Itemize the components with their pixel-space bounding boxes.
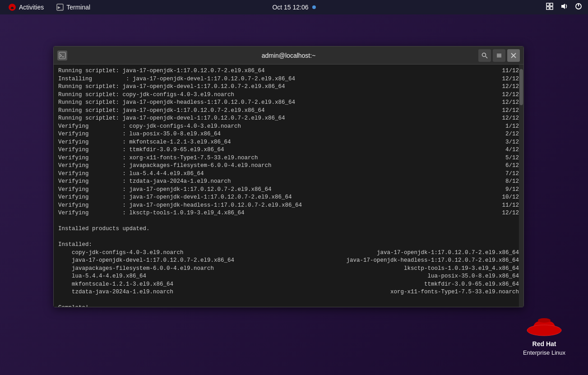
installed-label-line: Installed: — [58, 241, 519, 249]
package-line: copy-jdk-configs-4.0-3.el9.noarchjava-17… — [58, 249, 519, 257]
redhat-line1: Red Hat — [523, 340, 565, 349]
power-icon[interactable] — [574, 2, 583, 12]
svg-text:▶_: ▶_ — [58, 5, 63, 9]
notification-dot — [312, 5, 316, 9]
terminal-output-line: Verifying : java-17-openjdk-headless-1:1… — [58, 202, 519, 210]
terminal-output-line: Verifying : mkfontscale-1.2.1-3.el9.x86_… — [58, 139, 519, 147]
package-line: java-17-openjdk-devel-1:17.0.12.0.7-2.el… — [58, 257, 519, 265]
datetime-label: Oct 15 12:06 — [272, 4, 308, 11]
terminal-blank-line2 — [58, 233, 519, 241]
terminal-output-line: Verifying : lua-posix-35.0-8.el9.x86_642… — [58, 130, 519, 139]
terminal-output-line: Verifying : javapackages-filesystem-6.0.… — [58, 162, 519, 170]
terminal-output-line: Running scriptlet: java-17-openjdk-1:17.… — [58, 67, 519, 75]
terminal-scrollbar[interactable] — [519, 65, 523, 307]
terminal-output-line: Running scriptlet: java-17-openjdk-headl… — [58, 99, 519, 107]
terminal-taskbar-button[interactable]: ▶_ Terminal — [54, 3, 93, 12]
redhat-logo-icon — [526, 313, 562, 338]
terminal-output-line: Verifying : tzdata-java-2024a-1.el9.noar… — [58, 178, 519, 186]
volume-icon[interactable] — [560, 2, 568, 12]
redhat-icon — [8, 3, 16, 11]
svg-rect-4 — [546, 3, 549, 6]
menu-button[interactable] — [493, 49, 505, 62]
svg-point-21 — [538, 318, 551, 323]
terminal-content[interactable]: Running scriptlet: java-17-openjdk-1:17.… — [54, 65, 523, 307]
svg-rect-5 — [550, 3, 553, 6]
terminal-output-line: Verifying : java-17-openjdk-devel-1:17.0… — [58, 194, 519, 202]
terminal-titlebar-right — [478, 49, 520, 62]
topbar-center: Oct 15 12:06 — [272, 4, 315, 11]
terminal-title: admin@localhost:~ — [262, 52, 316, 59]
terminal-output-line: Verifying : lksctp-tools-1.0.19-3.el9_4.… — [58, 209, 519, 218]
terminal-output-line: Verifying : lua-5.4.4-4.el9.x86_647/12 — [58, 170, 519, 178]
terminal-titlebar-left — [57, 51, 67, 60]
redhat-line2: Enterprise Linux — [523, 349, 565, 357]
terminal-titlebar: admin@localhost:~ — [54, 46, 523, 65]
topbar-right — [546, 2, 583, 12]
terminal-blank-line — [58, 218, 519, 226]
activities-button[interactable]: Activities — [5, 2, 46, 12]
topbar-left: Activities ▶_ Terminal — [5, 2, 93, 12]
terminal-taskbar-icon: ▶_ — [56, 4, 64, 11]
package-line: lua-5.4.4-4.el9.x86_64lua-posix-35.0-8.e… — [58, 273, 519, 281]
svg-point-1 — [11, 8, 14, 9]
topbar: Activities ▶_ Terminal Oct 15 12:06 — [0, 0, 588, 14]
terminal-output-line: Installing : java-17-openjdk-devel-1:17.… — [58, 75, 519, 83]
package-line: tzdata-java-2024a-1.el9.noarchxorg-x11-f… — [58, 288, 519, 296]
installed-products-line: Installed products updated. — [58, 225, 519, 233]
desktop: admin@localhost:~ — [0, 14, 588, 375]
terminal-output-line: Verifying : java-17-openjdk-1:17.0.12.0.… — [58, 186, 519, 194]
terminal-output-line: Verifying : copy-jdk-configs-4.0-3.el9.n… — [58, 123, 519, 131]
terminal-output-line: Running scriptlet: java-17-openjdk-1:17.… — [58, 107, 519, 115]
network-icon[interactable] — [546, 2, 554, 12]
terminal-blank-line3 — [58, 296, 519, 305]
package-line: mkfontscale-1.2.1-3.el9.x86_64ttmkfdir-3… — [58, 281, 519, 289]
svg-rect-7 — [550, 7, 553, 9]
package-line: javapackages-filesystem-6.0.0-4.el9.noar… — [58, 265, 519, 273]
redhat-logo-text: Red Hat Enterprise Linux — [523, 340, 565, 357]
redhat-logo: Red Hat Enterprise Linux — [523, 313, 565, 357]
complete-line: Complete! — [58, 304, 519, 307]
terminal-scrollbar-thumb[interactable] — [519, 69, 523, 105]
svg-line-14 — [486, 56, 487, 58]
svg-rect-6 — [546, 7, 549, 9]
close-button[interactable] — [507, 49, 520, 62]
search-button[interactable] — [478, 49, 491, 62]
terminal-taskbar-label: Terminal — [66, 4, 90, 11]
terminal-output-line: Running scriptlet: copy-jdk-configs-4.0-… — [58, 91, 519, 99]
terminal-text: Running scriptlet: java-17-openjdk-1:17.… — [58, 67, 519, 307]
terminal-output-line: Running scriptlet: java-17-openjdk-devel… — [58, 83, 519, 91]
terminal-output-line: Running scriptlet: java-17-openjdk-devel… — [58, 115, 519, 123]
svg-marker-8 — [561, 4, 565, 9]
terminal-output-line: Verifying : ttmkfdir-3.0.9-65.el9.x86_64… — [58, 146, 519, 154]
activities-label: Activities — [19, 4, 44, 11]
terminal-window: admin@localhost:~ — [53, 46, 524, 307]
svg-rect-11 — [59, 52, 65, 59]
svg-point-13 — [482, 53, 486, 56]
terminal-window-icon — [57, 51, 67, 60]
terminal-output-line: Verifying : xorg-x11-fonts-Type1-7.5-33.… — [58, 154, 519, 162]
